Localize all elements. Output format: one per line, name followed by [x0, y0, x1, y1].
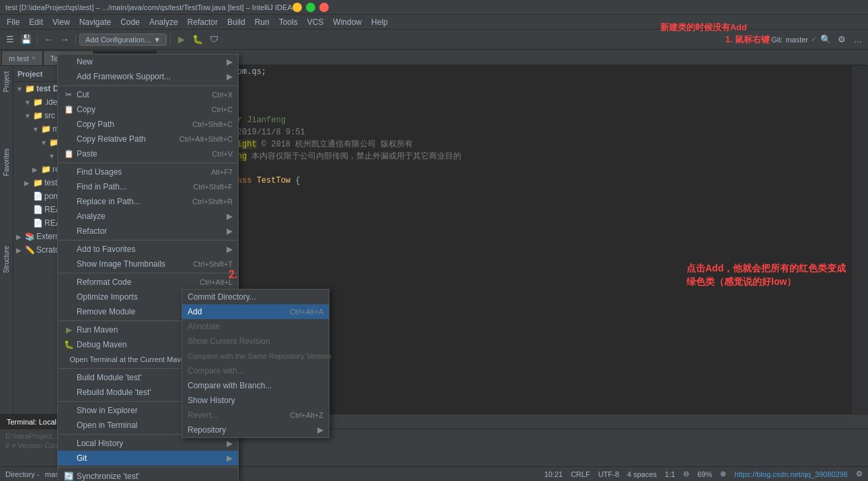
- cm-copy-relative[interactable]: Copy Relative Path Ctrl+Alt+Shift+C: [58, 132, 238, 146]
- cm-copy-path-icon: [63, 119, 74, 130]
- sub-compare-branch[interactable]: Compare with Branch...: [182, 378, 329, 393]
- cm-remove-icon: [63, 306, 74, 317]
- add-config-arrow: ▼: [153, 36, 161, 44]
- cm-show-thumbnails-icon: [63, 259, 74, 269]
- cm-analyze[interactable]: Analyze ▶: [58, 209, 238, 224]
- menu-refactor[interactable]: Refactor: [184, 16, 222, 28]
- cm-synchronize[interactable]: 🔄 Synchronize 'test': [58, 469, 238, 481]
- sub-repository[interactable]: Repository ▶: [182, 423, 329, 437]
- cm-find-usages[interactable]: Find Usages Alt+F7: [58, 165, 238, 179]
- cm-git[interactable]: Git ▶: [58, 451, 238, 466]
- menu-code[interactable]: Code: [116, 16, 144, 28]
- toolbar-coverage-btn[interactable]: 🛡: [206, 32, 221, 47]
- code-line-7: * @copyright © 2018 杭州凯立通信有限公司 版权所有: [188, 138, 852, 150]
- cm-new-arrow: ▶: [227, 57, 233, 67]
- menu-help[interactable]: Help: [367, 16, 392, 28]
- tab-m-test-close[interactable]: ×: [32, 54, 36, 62]
- title-text: test [D:\ideaProject\qs\test] – .../main…: [5, 3, 292, 11]
- sub-annotate-label: Annotate: [188, 322, 323, 331]
- left-tab-project[interactable]: Project: [1, 69, 11, 95]
- cm-refactor[interactable]: Refactor ▶: [58, 224, 238, 238]
- menu-file[interactable]: File: [3, 16, 24, 28]
- menu-navigate[interactable]: Navigate: [75, 16, 115, 28]
- cm-add-favorites[interactable]: Add to Favorites ▶: [58, 242, 238, 257]
- cm-copy-path-label: Copy Path: [77, 120, 192, 129]
- cm-cut-icon: ✂: [63, 89, 74, 100]
- status-directory: Directory -: [5, 470, 40, 478]
- git-label: Git:: [771, 36, 783, 44]
- toolbar-search-btn[interactable]: 🔍: [818, 32, 833, 47]
- menu-tools[interactable]: Tools: [275, 16, 302, 28]
- cm-sep9: [58, 467, 238, 468]
- toolbar-sep1: [37, 34, 38, 45]
- menu-vcs[interactable]: VCS: [303, 16, 328, 28]
- cm-reformat[interactable]: Reformat Code Ctrl+Alt+L: [58, 275, 238, 290]
- status-encoding: UTF-8: [598, 470, 619, 478]
- toolbar: ☰ 💾 ← → Add Configuration... ▼ ▶ 🐛 🛡 1. …: [0, 30, 868, 50]
- sub-compare-with-label: Compare with...: [188, 366, 323, 376]
- code-line-9: */: [188, 163, 852, 175]
- toolbar-back-btn[interactable]: ←: [41, 32, 56, 47]
- toolbar-settings-btn[interactable]: ⚙: [834, 32, 849, 47]
- cm-add-framework-arrow: ▶: [227, 72, 233, 81]
- close-btn[interactable]: [319, 3, 329, 12]
- tree-folder-src-icon: 📁: [32, 111, 43, 120]
- cm-paste[interactable]: 📋 Paste Ctrl+V: [58, 146, 238, 161]
- cm-replace-in-path-label: Replace in Path...: [77, 197, 192, 206]
- menu-edit[interactable]: Edit: [25, 16, 47, 28]
- cm-copy[interactable]: 📋 Copy Ctrl+C: [58, 102, 238, 117]
- sub-compare-with: Compare with...: [182, 363, 329, 378]
- tree-folder-icon: 📁: [24, 84, 35, 93]
- left-tab-structure[interactable]: Structure: [1, 243, 11, 276]
- add-configuration-btn[interactable]: Add Configuration... ▼: [79, 34, 167, 46]
- cm-paste-icon: 📋: [63, 148, 74, 159]
- cm-replace-in-path[interactable]: Replace in Path... Ctrl+Shift+R: [58, 194, 238, 209]
- cm-show-thumbnails[interactable]: Show Image Thumbnails Ctrl+Shift+T: [58, 257, 238, 271]
- tree-arrow-idea: ▼: [24, 99, 32, 106]
- tab-m-test[interactable]: m test ×: [1, 50, 43, 65]
- cm-analyze-icon: [63, 211, 74, 222]
- status-link[interactable]: https://blog.csdn.net/qq_39080296: [734, 470, 848, 478]
- cm-cut-label: Cut: [77, 90, 212, 99]
- cm-new[interactable]: New ▶: [58, 54, 238, 69]
- cm-local-history-icon: [63, 438, 74, 449]
- cm-cut[interactable]: ✂ Cut Ctrl+X: [58, 87, 238, 102]
- cm-local-history[interactable]: Local History ▶: [58, 436, 238, 451]
- toolbar-run-btn[interactable]: ▶: [174, 32, 189, 47]
- toolbar-more-btn[interactable]: …: [851, 32, 865, 47]
- menu-run[interactable]: Run: [251, 16, 274, 28]
- cm-copy-path[interactable]: Copy Path Ctrl+Shift+C: [58, 117, 238, 132]
- cm-add-framework[interactable]: Add Framework Support... ▶: [58, 69, 238, 84]
- menu-view[interactable]: View: [48, 16, 74, 28]
- menu-analyze[interactable]: Analyze: [145, 16, 182, 28]
- status-settings[interactable]: ⚙: [856, 470, 863, 478]
- code-line-4: * @desc: [188, 102, 852, 114]
- bottom-tab-terminal[interactable]: Terminal: Local: [0, 414, 64, 429]
- cm-sep1: [58, 85, 238, 86]
- menu-window[interactable]: Window: [329, 16, 366, 28]
- sub-repository-arrow: ▶: [317, 425, 323, 435]
- code-line-10: public class TestTow {: [188, 175, 852, 187]
- toolbar-forward-btn[interactable]: →: [57, 32, 72, 47]
- status-zoom-out[interactable]: ⊖: [683, 470, 689, 478]
- tree-ext-icon: 📚: [24, 232, 35, 241]
- cm-find-in-path-icon: [63, 181, 74, 192]
- toolbar-save-btn[interactable]: 💾: [19, 32, 34, 47]
- sub-show-history[interactable]: Show History: [182, 393, 329, 408]
- sub-add[interactable]: Add Ctrl+Alt+A: [182, 304, 329, 319]
- status-zoom-in[interactable]: ⊕: [720, 470, 726, 478]
- left-tab-favorites[interactable]: Favorites: [1, 146, 11, 179]
- sub-repository-label: Repository: [188, 425, 315, 435]
- toolbar-menu-btn[interactable]: ☰: [3, 32, 17, 47]
- code-line-11: [188, 187, 852, 199]
- toolbar-debug-btn[interactable]: 🐛: [190, 32, 205, 47]
- title-bar: test [D:\ideaProject\qs\test] – .../main…: [0, 0, 868, 15]
- scrollbar-area[interactable]: [860, 66, 868, 414]
- sub-show-revision-label: Show Current Revision: [188, 337, 323, 346]
- cm-new-label: New: [77, 57, 224, 67]
- maximize-btn[interactable]: [306, 3, 315, 12]
- menu-build[interactable]: Build: [223, 16, 249, 28]
- cm-find-in-path[interactable]: Find in Path... Ctrl+Shift+F: [58, 179, 238, 194]
- sub-commit-dir[interactable]: Commit Directory...: [182, 290, 329, 304]
- minimize-btn[interactable]: [292, 3, 302, 12]
